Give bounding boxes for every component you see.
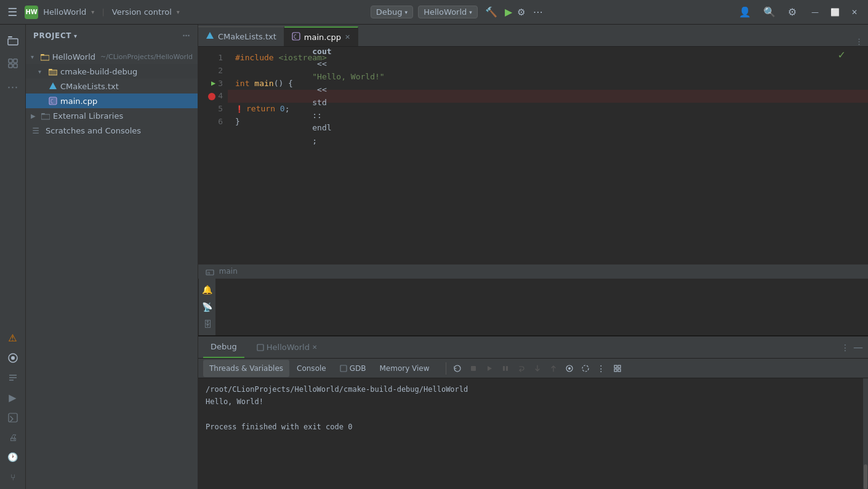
debug-more-button[interactable]: ⋮ bbox=[594, 361, 609, 376]
pause-button[interactable] bbox=[498, 361, 513, 376]
resume-button[interactable] bbox=[482, 361, 497, 376]
tab-cmakelists[interactable]: CMakeLists.txt bbox=[198, 26, 284, 46]
line-num-2: 2 bbox=[198, 65, 223, 78]
todo-icon[interactable] bbox=[2, 368, 23, 387]
svg-point-38 bbox=[11, 356, 15, 360]
debug-tab-close[interactable]: ✕ bbox=[312, 344, 317, 351]
app-icon: HW bbox=[25, 6, 38, 19]
view-breakpoints-button[interactable] bbox=[562, 361, 577, 376]
svg-rect-3 bbox=[14, 59, 17, 63]
run-config-selector[interactable]: HelloWorld ▾ bbox=[418, 6, 478, 18]
debug-output-process: Process finished with exit code 0 bbox=[206, 421, 856, 433]
sidebar-arrow[interactable]: ▾ bbox=[74, 33, 78, 39]
run-services-lb-icon[interactable]: ▶ bbox=[2, 388, 23, 407]
git-lb-icon[interactable]: ⑂ bbox=[2, 468, 23, 487]
tabs-right: ⋮ bbox=[855, 37, 868, 46]
debug-tab-threads-variables[interactable]: Threads & Variables bbox=[203, 360, 289, 377]
svg-rect-24 bbox=[471, 366, 476, 371]
close-button[interactable]: ✕ bbox=[846, 4, 863, 21]
debug-action-buttons: ⋮ bbox=[443, 361, 625, 376]
debug-tab-debug[interactable]: Debug bbox=[203, 337, 244, 358]
debug-tab-console[interactable]: Console bbox=[291, 360, 332, 377]
debug-tab-gdb[interactable]: GDB bbox=[334, 360, 372, 377]
editor-tabs: CMakeLists.txt C main.cpp ✕ ⋮ bbox=[198, 25, 868, 47]
stop-button[interactable] bbox=[466, 361, 481, 376]
svg-rect-33 bbox=[614, 365, 617, 368]
version-control-label[interactable]: Version control bbox=[112, 7, 172, 17]
rerun-button[interactable] bbox=[450, 361, 465, 376]
tree-item-cmakelists[interactable]: CMakeLists.txt bbox=[26, 79, 198, 93]
tabs-more-button[interactable]: ⋮ bbox=[855, 37, 863, 46]
svg-rect-1 bbox=[8, 39, 18, 45]
tree-item-external-libraries[interactable]: ▶ External Libraries bbox=[26, 108, 198, 123]
line-num-6: 6 bbox=[198, 116, 223, 129]
debug-config-selector[interactable]: Debug ▾ bbox=[371, 6, 413, 18]
notifications-icon[interactable]: 🔔 bbox=[201, 284, 214, 296]
svg-rect-36 bbox=[618, 369, 621, 372]
tree-label-scratches: Scratches and Consoles bbox=[46, 126, 141, 135]
debug-settings-icon[interactable]: ⋮ bbox=[840, 341, 851, 354]
debug-scroll-thumb[interactable] bbox=[864, 464, 867, 489]
step-over-button[interactable] bbox=[514, 361, 529, 376]
tree-item-maincpp[interactable]: C main.cpp bbox=[26, 93, 198, 108]
svg-text:C: C bbox=[50, 99, 54, 105]
sidebar-item-plugins[interactable] bbox=[2, 53, 23, 74]
step-out-button[interactable] bbox=[546, 361, 561, 376]
window-controls: — ⬜ ✕ bbox=[806, 4, 863, 21]
sidebar-item-project[interactable] bbox=[2, 30, 23, 50]
scratches-icon: ☰ bbox=[31, 125, 41, 135]
project-name-label[interactable]: HelloWorld bbox=[43, 7, 86, 17]
svg-rect-2 bbox=[9, 59, 12, 63]
cpp-file-icon: C bbox=[48, 96, 58, 106]
step-into-button[interactable] bbox=[530, 361, 545, 376]
svg-rect-7 bbox=[41, 55, 49, 60]
sidebar-item-more[interactable]: ⋯ bbox=[2, 76, 23, 97]
project-name-arrow[interactable]: ▾ bbox=[91, 9, 94, 15]
more-actions-button[interactable]: ⋯ bbox=[531, 5, 545, 19]
library-icon bbox=[41, 111, 50, 121]
database-icon[interactable]: 🗄 bbox=[202, 318, 213, 330]
tab-label-cmakelists: CMakeLists.txt bbox=[218, 32, 276, 41]
restore-button[interactable]: ⬜ bbox=[826, 4, 843, 21]
tree-item-helloworld[interactable]: ▾ HelloWorld ~/CLionProjects/HelloWorld bbox=[26, 49, 198, 64]
sidebar-more-button[interactable]: ⋯ bbox=[182, 31, 190, 40]
search-button[interactable]: 🔍 bbox=[761, 5, 778, 19]
tree-item-scratches[interactable]: ☰ Scratches and Consoles bbox=[26, 123, 198, 138]
tree-path-helloworld: ~/CLionProjects/HelloWorld bbox=[100, 53, 193, 61]
tree-arrow-ext: ▶ bbox=[31, 113, 38, 119]
debug-tab-helloworld[interactable]: HelloWorld ✕ bbox=[249, 337, 325, 358]
tree-item-cmake-build-debug[interactable]: ▾ cmake-build-debug bbox=[26, 64, 198, 79]
debug-toolbar-tabs: Threads & Variables Console GDB Memory V… bbox=[203, 360, 436, 377]
settings-button[interactable]: ⚙ bbox=[786, 5, 799, 19]
debug-icon[interactable] bbox=[2, 348, 23, 367]
run-button[interactable]: ▶ bbox=[505, 6, 512, 18]
hamburger-menu-button[interactable]: ☰ bbox=[5, 4, 20, 20]
print-lb-icon[interactable]: 🖨 bbox=[2, 428, 23, 447]
coverage-button[interactable]: ⚙ bbox=[517, 7, 525, 18]
svg-rect-5 bbox=[14, 64, 17, 68]
debug-header-right: ⋮ — bbox=[840, 341, 863, 354]
debug-tab-memory[interactable]: Memory View bbox=[373, 360, 435, 377]
debug-minimize-button[interactable]: — bbox=[853, 341, 863, 353]
debug-console-output[interactable]: /root/CLionProjects/HelloWorld/cmake-bui… bbox=[198, 378, 863, 489]
code-editor[interactable]: 1 2 ▶ 3 4 5 6 bbox=[198, 47, 868, 264]
warnings-icon[interactable]: ⚠ bbox=[2, 328, 23, 347]
user-icon[interactable]: 👤 bbox=[736, 5, 753, 19]
build-button[interactable]: 🔨 bbox=[483, 5, 500, 19]
event-log-icon[interactable]: 📡 bbox=[201, 301, 214, 313]
terminal-lb-icon[interactable] bbox=[2, 408, 23, 427]
minimize-button[interactable]: — bbox=[806, 4, 824, 21]
expand-debug-button[interactable] bbox=[610, 361, 625, 376]
mute-breakpoints-button[interactable] bbox=[578, 361, 593, 376]
debug-scrollbar[interactable] bbox=[863, 378, 868, 489]
gdb-tab-label: GDB bbox=[350, 364, 366, 373]
separator bbox=[446, 362, 446, 375]
svg-marker-11 bbox=[49, 82, 57, 89]
svg-rect-34 bbox=[618, 365, 621, 368]
titlebar: ☰ HW HelloWorld ▾ | Version control ▾ De… bbox=[0, 0, 868, 25]
tab-maincpp[interactable]: C main.cpp ✕ bbox=[284, 26, 358, 46]
code-content[interactable]: #include <iostream> int main () bbox=[228, 47, 868, 264]
history-lb-icon[interactable]: 🕐 bbox=[2, 448, 23, 466]
tab-close-button[interactable]: ✕ bbox=[345, 33, 350, 41]
breakpoint-icon[interactable] bbox=[208, 93, 215, 100]
